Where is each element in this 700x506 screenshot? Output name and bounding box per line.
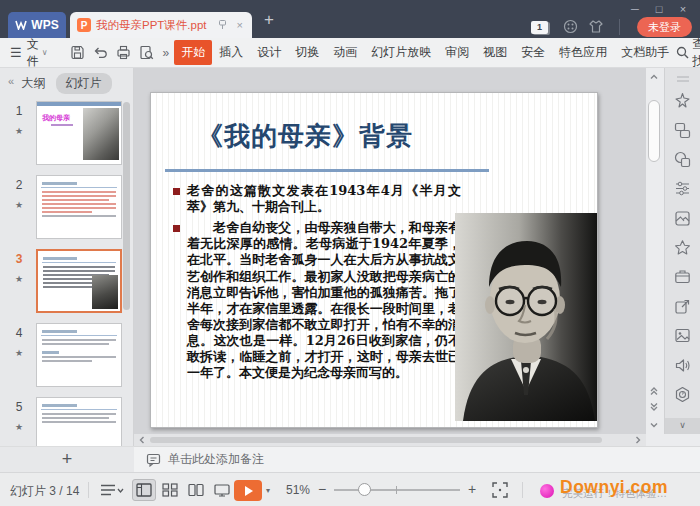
ribbon-tab-security[interactable]: 安全 — [514, 40, 552, 65]
new-tab-button[interactable]: + — [264, 10, 274, 30]
rail-expand-more-icon[interactable]: ∨ — [665, 418, 700, 434]
thumb-text-line — [42, 203, 116, 205]
ribbon-tab-view[interactable]: 视图 — [476, 40, 514, 65]
design-gallery-icon[interactable] — [674, 210, 691, 227]
print-icon[interactable] — [116, 45, 131, 60]
file-menu[interactable]: 文件 — [27, 36, 39, 70]
ribbon-tab-animation[interactable]: 动画 — [326, 40, 364, 65]
ribbon-tab-review[interactable]: 审阅 — [438, 40, 476, 65]
horizontal-scrollbar[interactable] — [134, 434, 646, 446]
vertical-scrollbar[interactable] — [646, 68, 662, 434]
ribbon-tab-slideshow[interactable]: 幻灯片放映 — [364, 40, 438, 65]
undo-icon[interactable] — [93, 45, 108, 60]
maximize-button[interactable]: □ — [648, 1, 670, 17]
slides-panel-scrollbar[interactable] — [123, 102, 130, 310]
print-preview-icon[interactable] — [139, 45, 154, 60]
normal-view-button[interactable] — [132, 479, 156, 501]
ribbon-tab-special-apps[interactable]: 特色应用 — [552, 40, 614, 65]
scroll-down-icon[interactable] — [649, 420, 659, 430]
message-count-badge[interactable]: 1 — [531, 21, 548, 34]
slide-row-5[interactable]: 5 ★ — [0, 394, 134, 446]
skin-icon[interactable] — [588, 19, 604, 38]
app-center-icon[interactable] — [563, 19, 578, 38]
slide-row-1[interactable]: 1 ★ 我的母亲 — [0, 98, 134, 172]
play-slideshow-button[interactable] — [234, 480, 262, 501]
zoom-level[interactable]: 51% — [286, 483, 310, 497]
horizontal-scrollbar-thumb[interactable] — [150, 437, 602, 443]
hamburger-menu-icon[interactable]: ☰ — [10, 45, 22, 60]
wps-presentation-window: WPS P 我的母亲PPT课件.ppt × + 1 未登录 ─ □ × ☰ 文件… — [0, 0, 700, 506]
toolbox-icon[interactable] — [674, 268, 691, 285]
previous-slide-icon[interactable] — [649, 386, 659, 396]
notes-bar[interactable]: 单击此处添加备注 — [134, 446, 700, 472]
fit-to-window-icon[interactable] — [492, 482, 508, 498]
effects-sparkle-icon[interactable] — [674, 92, 691, 109]
vertical-scrollbar-thumb[interactable] — [648, 100, 660, 162]
save-icon[interactable] — [70, 45, 85, 60]
file-menu-caret-icon[interactable]: ∨ — [42, 48, 48, 57]
audio-speaker-icon[interactable] — [674, 357, 691, 374]
ribbon-tab-doc-assistant[interactable]: 文档助手 — [614, 40, 676, 65]
bullet-item: 老舍的这篇散文发表在1943年4月《半月文萃》第九、十期合刊上。 — [173, 183, 461, 215]
thumb-title-line — [42, 404, 77, 407]
minimize-button[interactable]: ─ — [624, 1, 646, 17]
slide-thumbnail[interactable] — [36, 397, 122, 446]
play-options-caret-icon[interactable]: ▾ — [266, 486, 270, 495]
resources-hexagon-icon[interactable] — [674, 386, 691, 403]
slide-canvas[interactable]: 《我的母亲》背景 老舍的这篇散文发表在1943年4月《半月文萃》第九、十期合刊上… — [150, 92, 598, 428]
panel-drag-handle[interactable] — [676, 76, 690, 82]
ribbon-tab-insert[interactable]: 插入 — [212, 40, 250, 65]
scroll-right-icon[interactable] — [633, 435, 643, 445]
find-button[interactable]: 查找 — [676, 36, 700, 70]
slide-row-2[interactable]: 2 ★ — [0, 172, 134, 246]
slide-row-4[interactable]: 4 ★ — [0, 320, 134, 394]
close-tab-icon[interactable]: × — [235, 20, 245, 31]
notes-toggle-icon[interactable] — [100, 483, 124, 497]
objects-layers-icon[interactable] — [674, 122, 691, 139]
slide-thumbnail[interactable]: 我的母亲 — [36, 101, 122, 165]
scroll-left-icon[interactable] — [137, 435, 147, 445]
zoom-slider-handle[interactable] — [358, 483, 371, 496]
slide-thumbnail-list: 1 ★ 我的母亲 2 ★ — [0, 98, 134, 446]
pin-tab-icon[interactable] — [215, 19, 230, 32]
zoom-slider-center-tick — [396, 486, 397, 494]
slide-sorter-view-button[interactable] — [158, 479, 182, 501]
wps-home-button[interactable]: WPS — [8, 12, 66, 38]
presenter-view-button[interactable] — [210, 479, 234, 501]
ribbon-tab-transition[interactable]: 切换 — [288, 40, 326, 65]
scroll-up-icon[interactable] — [649, 72, 659, 82]
document-tab[interactable]: P 我的母亲PPT课件.ppt × — [70, 12, 252, 38]
animation-star-icon: ★ — [8, 200, 30, 210]
picture-icon[interactable] — [674, 327, 691, 344]
ppt-file-icon: P — [77, 18, 91, 32]
shapes-icon[interactable] — [674, 151, 691, 168]
ribbon-tab-home[interactable]: 开始 — [174, 40, 212, 65]
zoom-in-button[interactable]: + — [468, 481, 476, 497]
tab-slides[interactable]: 幻灯片 — [56, 73, 112, 94]
slide-number: 5 — [8, 400, 30, 414]
share-icon[interactable] — [674, 298, 691, 315]
zoom-out-button[interactable]: − — [318, 481, 326, 497]
zoom-slider[interactable] — [334, 473, 460, 506]
tab-outline[interactable]: 大纲 — [22, 75, 46, 92]
collapse-panel-icon[interactable]: « — [8, 75, 14, 87]
slide-row-3-selected[interactable]: 3 ★ — [0, 246, 134, 320]
reading-view-button[interactable] — [184, 479, 208, 501]
add-slide-button[interactable]: + — [0, 446, 134, 472]
slide-thumbnail[interactable] — [36, 175, 122, 239]
quick-access-more-icon[interactable]: » — [163, 46, 170, 60]
slide-thumbnail[interactable] — [36, 323, 122, 387]
ribbon-tab-design[interactable]: 设计 — [250, 40, 288, 65]
properties-sliders-icon[interactable] — [674, 180, 691, 197]
slide-title[interactable]: 《我的母亲》背景 — [197, 119, 413, 154]
next-slide-icon[interactable] — [649, 402, 659, 412]
slide-thumbnail-selected[interactable] — [36, 249, 122, 313]
thumb-text-line — [42, 211, 92, 213]
laoshe-portrait-photo[interactable] — [455, 213, 597, 421]
bullet-square-icon — [173, 225, 180, 232]
slide-body-textbox[interactable]: 老舍的这篇散文发表在1943年4月《半月文萃》第九、十期合刊上。 老舍自幼丧父，… — [173, 183, 461, 386]
login-button[interactable]: 未登录 — [637, 17, 692, 37]
thumb-text-line — [42, 339, 116, 341]
close-window-button[interactable]: × — [672, 1, 694, 17]
favorites-star-icon[interactable] — [674, 239, 691, 256]
